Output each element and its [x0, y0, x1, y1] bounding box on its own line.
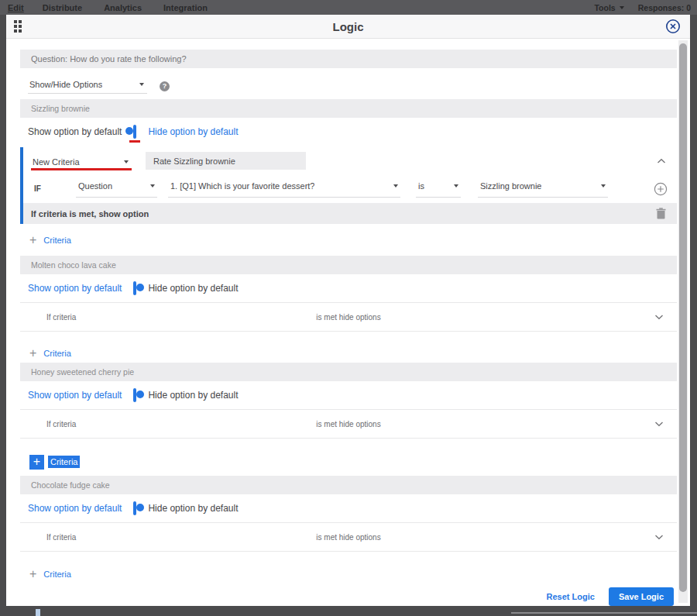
if-label: IF	[34, 184, 57, 193]
caret-down-icon	[393, 184, 398, 188]
red-annotation-underline	[31, 168, 132, 170]
hide-option-label: Hide option by default	[148, 503, 238, 514]
criteria-summary-center: is met hide options	[20, 420, 677, 428]
show-option-label: Show option by default	[28, 126, 122, 137]
responses-count[interactable]: Responses: 0	[638, 3, 691, 12]
expand-chevron-down-icon[interactable]	[654, 534, 664, 540]
criteria-condition-row: IF Question 1. [Q1] Which is your favori…	[23, 174, 677, 203]
add-criteria-button[interactable]: + Criteria	[20, 345, 677, 362]
dialog-footer: Reset Logic Save Logic	[20, 587, 677, 606]
background-page-fragment	[36, 609, 40, 616]
criteria-select-value: New Criteria	[33, 157, 80, 167]
collapsed-criteria-row[interactable]: is met hide options If criteria	[20, 522, 677, 552]
reset-logic-link[interactable]: Reset Logic	[547, 592, 595, 601]
condition-operator-select[interactable]: is	[416, 180, 461, 198]
criteria-result-row: If criteria is met, show option	[23, 203, 677, 224]
hide-option-link[interactable]: Hide option by default	[148, 126, 238, 137]
chevron-down-icon	[620, 6, 624, 9]
criteria-result-label: If criteria is met, show option	[31, 209, 149, 219]
help-icon[interactable]: ?	[160, 81, 170, 91]
criteria-summary-center: is met hide options	[20, 313, 677, 322]
caret-down-icon	[601, 184, 606, 188]
criteria-select[interactable]: New Criteria	[31, 156, 132, 168]
add-criteria-button[interactable]: + Criteria	[20, 232, 677, 249]
plus-icon: +	[29, 234, 36, 246]
caret-down-icon	[150, 184, 155, 188]
show-hide-toggle[interactable]	[133, 281, 136, 295]
tools-menu[interactable]: Tools	[594, 3, 623, 12]
add-criteria-button[interactable]: + Criteria	[20, 566, 677, 583]
scrollbar-thumb[interactable]	[679, 43, 687, 592]
hide-option-label: Hide option by default	[148, 390, 238, 401]
question-label-bar: Question: How do you rate the following?	[20, 50, 677, 68]
expand-chevron-down-icon[interactable]	[654, 314, 664, 320]
tools-label: Tools	[594, 3, 615, 12]
condition-question-select[interactable]: 1. [Q1] Which is your favorite dessert?	[168, 180, 400, 198]
section-header-chocolate-fudge-cake: Chocolate fudge cake	[20, 476, 677, 494]
dialog-title: Logic	[6, 20, 690, 33]
show-hide-toggle[interactable]	[133, 388, 136, 402]
background-page-divider	[511, 612, 697, 614]
show-option-link[interactable]: Show option by default	[28, 503, 122, 514]
toggle-row-molten-choco-lava-cake: Show option by default Hide option by de…	[20, 274, 677, 302]
show-option-link[interactable]: Show option by default	[28, 390, 122, 401]
condition-type-select[interactable]: Question	[76, 180, 157, 198]
save-logic-button[interactable]: Save Logic	[609, 587, 674, 606]
criteria-name-row: New Criteria Rate Sizzling brownie	[23, 147, 677, 174]
collapsed-criteria-row[interactable]: is met hide options If criteria	[20, 409, 677, 439]
add-criteria-button-highlighted[interactable]: + Criteria	[20, 453, 677, 470]
criteria-editor: New Criteria Rate Sizzling brownie IF Qu…	[20, 147, 677, 224]
tab-analytics[interactable]: Analytics	[104, 3, 142, 12]
collapse-chevron-up-icon[interactable]	[657, 158, 666, 164]
red-annotation-underline	[129, 140, 140, 143]
dialog-header: Logic	[6, 15, 690, 39]
toggle-row-honey-sweetened-cherry-pie: Show option by default Hide option by de…	[20, 381, 677, 409]
collapsed-criteria-row[interactable]: is met hide options If criteria	[20, 302, 677, 332]
show-hide-toggle[interactable]	[133, 501, 136, 515]
criteria-summary-center: is met hide options	[20, 533, 677, 542]
caret-down-icon	[139, 83, 144, 86]
plus-icon: +	[29, 568, 36, 580]
delete-criteria-icon[interactable]	[656, 208, 666, 219]
toggle-row-chocolate-fudge-cake: Show option by default Hide option by de…	[20, 494, 677, 522]
condition-value-select[interactable]: Sizzling brownie	[478, 180, 608, 198]
expand-chevron-down-icon[interactable]	[654, 421, 664, 427]
logic-dialog: Logic Question: How do you rate the foll…	[6, 15, 690, 606]
section-header-molten-choco-lava-cake: Molten choco lava cake	[20, 256, 677, 274]
criteria-description-field[interactable]: Rate Sizzling brownie	[146, 152, 306, 170]
tab-edit[interactable]: Edit	[8, 3, 24, 12]
toggle-row-sizzling-brownie: Show option by default Hide option by de…	[20, 118, 677, 146]
hide-option-label: Hide option by default	[148, 283, 238, 294]
tab-integration[interactable]: Integration	[163, 3, 208, 12]
dialog-scrollbar[interactable]	[678, 40, 688, 603]
app-toolbar: Edit Distribute Analytics Integration To…	[0, 0, 697, 15]
add-condition-icon[interactable]	[654, 182, 668, 196]
show-option-link[interactable]: Show option by default	[28, 283, 122, 294]
logic-type-row: Show/Hide Options ?	[20, 77, 677, 95]
logic-type-value: Show/Hide Options	[29, 80, 102, 89]
caret-down-icon	[124, 160, 129, 163]
close-icon[interactable]	[665, 19, 681, 34]
logic-type-select[interactable]: Show/Hide Options	[28, 78, 147, 94]
section-header-sizzling-brownie: Sizzling brownie	[20, 99, 677, 118]
caret-down-icon	[454, 184, 458, 188]
plus-icon: +	[29, 455, 44, 470]
dialog-body: Question: How do you rate the following?…	[6, 39, 690, 606]
tab-distribute[interactable]: Distribute	[43, 3, 82, 12]
section-header-honey-sweetened-cherry-pie: Honey sweetened cherry pie	[20, 363, 677, 381]
show-hide-toggle[interactable]	[133, 125, 136, 139]
plus-icon: +	[29, 347, 36, 360]
